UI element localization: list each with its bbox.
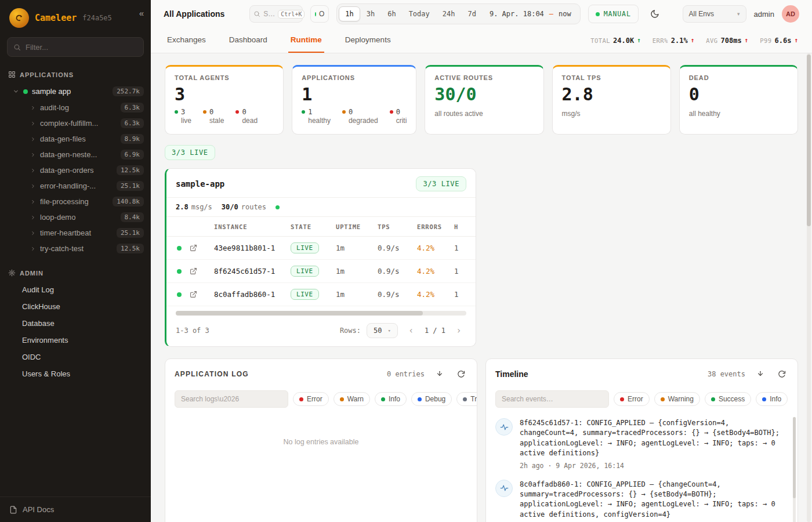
prev-page-button[interactable]: ‹: [404, 323, 419, 338]
arrow-up-icon: ↑: [794, 37, 798, 44]
page-scrollbar-thumb[interactable]: [807, 55, 811, 226]
api-docs-link[interactable]: API Docs: [0, 496, 151, 522]
log-search-input[interactable]: [175, 390, 288, 408]
route-name: timer-heartbeat: [40, 229, 91, 237]
manual-refresh-toggle[interactable]: MANUAL: [588, 5, 639, 23]
refresh-button[interactable]: [775, 368, 788, 380]
external-link-icon[interactable]: [190, 291, 214, 298]
sidebar-item-audit-log[interactable]: audit-log 6.3k: [0, 100, 151, 115]
status-dot: [340, 397, 344, 401]
page-title: All Applications: [164, 9, 224, 19]
status-dot: [177, 246, 182, 251]
filter-chip-warning[interactable]: Warning: [654, 392, 700, 406]
sidebar-item-try-catch-test[interactable]: try-catch-test 12.5k: [0, 241, 151, 256]
sidebar-item-complex-fulfillm[interactable]: complex-fulfillm... 6.3k: [0, 115, 151, 131]
entries-count: 0 entries: [387, 370, 425, 378]
scrollbar-thumb[interactable]: [793, 417, 796, 498]
horizontal-scrollbar[interactable]: [176, 311, 466, 316]
sidebar-item-database[interactable]: Database: [0, 315, 151, 332]
pagination-range: 1-3 of 3: [176, 327, 209, 335]
range-button-6h[interactable]: 6h: [381, 6, 402, 21]
download-button[interactable]: [433, 368, 446, 380]
brand-name: Cameleer: [35, 13, 77, 23]
col-state: STATE: [291, 223, 336, 230]
table-row[interactable]: 8f6245c61d57-1 LIVE 1m 0.9/s 4.2% 1: [166, 260, 476, 283]
sidebar-item-error-handling[interactable]: error-handling-... 25.1k: [0, 178, 151, 194]
status-chip[interactable]: O: [310, 5, 329, 23]
tps: 0.9/s: [378, 244, 417, 252]
filter-chip-error[interactable]: Error: [614, 392, 650, 406]
chevron-down-icon: ▾: [387, 328, 390, 334]
arrow-up-icon: ↑: [637, 37, 641, 44]
breakdown-degraded: 0 degraded: [342, 108, 378, 125]
global-search[interactable]: S… Ctrl+K: [249, 5, 303, 23]
filter-chip-warn[interactable]: Warn: [334, 392, 370, 406]
stat-value: 24.0K: [613, 37, 634, 45]
search-placeholder-text: S…: [263, 10, 275, 18]
sidebar-item-data-gen-neste[interactable]: data-gen-neste... 6.9k: [0, 147, 151, 162]
range-button-today[interactable]: Today: [403, 6, 436, 21]
filter-chip-info[interactable]: Info: [375, 392, 407, 406]
count-badge: 140.8k: [113, 197, 144, 206]
download-button[interactable]: [754, 368, 767, 380]
health: 1: [454, 290, 476, 299]
env-select-value: All Envs: [689, 10, 714, 18]
list-item[interactable]: 8c0affadb860-1: CONFIG_APPLIED — {change…: [495, 480, 786, 522]
stat-label: TOTAL: [590, 37, 610, 44]
sidebar-item-loop-demo[interactable]: loop-demo 8.4k: [0, 209, 151, 225]
sidebar-item-users-roles[interactable]: Users & Roles: [0, 365, 151, 382]
stat-value: 6.6s: [774, 37, 791, 45]
sidebar-item-file-processing[interactable]: file-processing 140.8k: [0, 194, 151, 209]
chevron-right-icon: [30, 199, 36, 205]
chevron-right-icon: [30, 168, 36, 173]
filter-chip-error[interactable]: Error: [293, 392, 329, 406]
sidebar-collapse-icon[interactable]: «: [139, 8, 144, 18]
range-button-1h[interactable]: 1h: [339, 6, 360, 21]
refresh-button[interactable]: [455, 368, 467, 380]
scrollbar-thumb[interactable]: [176, 311, 423, 316]
filter-chip-trace[interactable]: Trace: [456, 392, 477, 406]
timeline-scrollbar[interactable]: [793, 417, 796, 522]
state-badge: LIVE: [291, 242, 319, 253]
sidebar-item-clickhouse[interactable]: ClickHouse: [0, 298, 151, 315]
table-row[interactable]: 43ee9811b801-1 LIVE 1m 0.9/s 4.2% 1: [166, 237, 476, 260]
sidebar-item-audit-log-admin[interactable]: Audit Log: [0, 281, 151, 298]
card-label: TOTAL AGENTS: [175, 74, 274, 81]
range-button-24h[interactable]: 24h: [436, 6, 462, 21]
sidebar-item-data-gen-orders[interactable]: data-gen-orders 12.5k: [0, 162, 151, 178]
chevron-down-icon: ▾: [737, 11, 740, 17]
tab-exchanges[interactable]: Exchanges: [165, 28, 208, 53]
table-row[interactable]: 8c0affadb860-1 LIVE 1m 0.9/s 4.2% 1: [166, 283, 476, 306]
external-link-icon[interactable]: [190, 267, 214, 275]
sidebar-item-environments[interactable]: Environments: [0, 332, 151, 349]
dark-mode-toggle[interactable]: [646, 5, 664, 23]
sidebar-item-timer-heartbeat[interactable]: timer-heartbeat 25.1k: [0, 225, 151, 241]
col-tps: TPS: [378, 223, 417, 230]
env-select[interactable]: All Envs ▾: [683, 5, 746, 23]
card-label: DEAD: [689, 74, 788, 81]
range-button-7d[interactable]: 7d: [461, 6, 482, 21]
filter-chip-info[interactable]: Info: [756, 392, 788, 406]
date-range-picker[interactable]: 9. Apr. 18:04 — now: [483, 10, 578, 18]
avatar[interactable]: AD: [782, 5, 799, 23]
status-dot: [302, 110, 305, 114]
external-link-icon[interactable]: [190, 244, 214, 252]
list-item[interactable]: 8f6245c61d57-1: CONFIG_APPLIED — {config…: [495, 418, 786, 470]
admin-section-label: ADMIN: [20, 270, 44, 277]
next-page-button[interactable]: ›: [451, 323, 466, 338]
sidebar-item-sample-app[interactable]: sample app 252.7k: [0, 83, 151, 100]
sidebar-item-oidc[interactable]: OIDC: [0, 349, 151, 365]
range-button-3h[interactable]: 3h: [360, 6, 381, 21]
filter-chip-success[interactable]: Success: [705, 392, 751, 406]
filter-chip-debug[interactable]: Debug: [411, 392, 452, 406]
filter-input[interactable]: [26, 43, 137, 52]
sidebar-item-data-gen-files[interactable]: data-gen-files 8.9k: [0, 131, 151, 147]
errors: 4.2%: [417, 267, 454, 276]
tab-dashboard[interactable]: Dashboard: [227, 28, 270, 53]
card-value: 30/0: [434, 84, 534, 104]
rows-per-page-select[interactable]: 50 ▾: [367, 323, 398, 338]
live-summary-chip[interactable]: 3/3 LIVE: [165, 145, 215, 160]
tab-runtime[interactable]: Runtime: [288, 28, 324, 53]
tab-deployments[interactable]: Deployments: [343, 28, 393, 53]
timeline-search-input[interactable]: [495, 390, 609, 408]
